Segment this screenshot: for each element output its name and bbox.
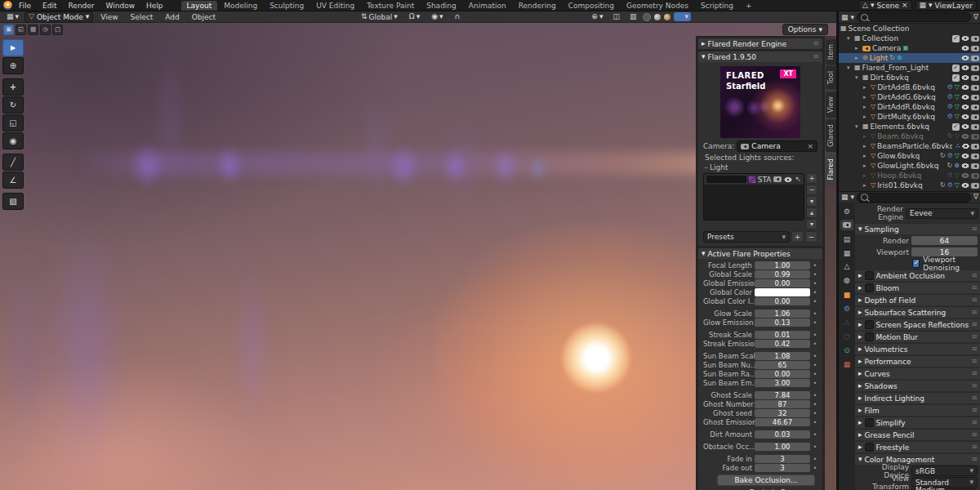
world-tab-icon[interactable] xyxy=(840,275,853,286)
disable-render-icon[interactable] xyxy=(971,183,979,189)
menu-edit[interactable]: Edit xyxy=(38,1,61,11)
move-down-button[interactable] xyxy=(806,219,817,229)
disable-render-icon[interactable] xyxy=(971,134,979,140)
select-flare-icon[interactable] xyxy=(795,176,801,183)
animate-dot[interactable]: • xyxy=(813,464,817,472)
collection-checkbox[interactable] xyxy=(952,65,960,72)
hide-eye-icon[interactable] xyxy=(784,176,792,183)
hide-eye-icon[interactable] xyxy=(961,123,969,130)
view-layer-tab-icon[interactable]: ▦ xyxy=(840,247,853,258)
menu-help[interactable]: Help xyxy=(141,1,168,11)
particles-tab-icon[interactable]: ∴ xyxy=(840,317,853,327)
animate-dot[interactable]: • xyxy=(813,288,817,296)
gizmo-dropdown[interactable]: ⊕ xyxy=(588,12,606,22)
viewport-mini-toggle[interactable]: ◱ xyxy=(16,24,26,35)
chevron-down-icon[interactable] xyxy=(851,194,855,201)
disable-render-icon[interactable] xyxy=(971,65,979,71)
select-box-tool[interactable] xyxy=(2,39,24,56)
disable-render-icon[interactable] xyxy=(971,46,979,51)
physics-tab-icon[interactable]: ◌ xyxy=(840,331,853,341)
disable-render-icon[interactable] xyxy=(971,95,979,100)
expand-arrow-icon[interactable] xyxy=(863,95,869,100)
render-tab-icon[interactable] xyxy=(840,220,853,230)
add-flare-button[interactable] xyxy=(806,173,817,184)
editor-type-button[interactable] xyxy=(3,12,22,22)
animate-dot[interactable]: • xyxy=(813,297,817,305)
collection-checkbox[interactable] xyxy=(952,74,960,82)
tab-texture-paint[interactable]: Texture Paint xyxy=(361,1,420,11)
panel-shadows[interactable]: Shadows xyxy=(855,380,980,391)
prop-slider[interactable]: 0.99 xyxy=(755,270,810,278)
color-swatch[interactable] xyxy=(755,288,810,296)
prop-slider[interactable]: 3 xyxy=(755,455,810,463)
panel-subsurface-scattering[interactable]: Subsurface Scattering xyxy=(855,306,980,318)
properties-search-input[interactable] xyxy=(857,193,971,203)
presets-dropdown[interactable]: Presets xyxy=(703,231,790,243)
animate-dot[interactable]: • xyxy=(813,379,817,387)
disable-render-icon[interactable] xyxy=(971,105,979,110)
prop-slider[interactable]: 0.00 xyxy=(755,370,810,378)
panel-depth-of-field[interactable]: Depth of Field xyxy=(855,294,980,305)
flare-list-entry[interactable]: STA xyxy=(704,174,804,185)
panel-screen-space-reflections[interactable]: Screen Space Reflections xyxy=(855,318,980,330)
prop-slider[interactable]: 3.00 xyxy=(755,379,810,387)
panel-grease-pencil[interactable]: Grease Pencil xyxy=(855,429,980,440)
tool-tab-icon[interactable]: ⚙ xyxy=(840,206,853,216)
expand-arrow-icon[interactable] xyxy=(847,36,853,42)
proportional-edit-dropdown[interactable]: ◉ xyxy=(428,12,446,22)
disable-render-icon[interactable] xyxy=(971,144,979,149)
prop-slider[interactable]: 87 xyxy=(755,400,810,408)
blender-logo-icon[interactable] xyxy=(3,1,12,10)
mode-dropdown[interactable]: Object Mode xyxy=(24,11,93,23)
panel-header[interactable]: Flared 1.9.50 xyxy=(698,51,822,62)
expand-arrow-icon[interactable] xyxy=(863,114,869,120)
disable-render-icon[interactable] xyxy=(971,124,979,130)
sidebar-tab-tool[interactable]: Tool xyxy=(826,66,836,90)
transform-tool[interactable] xyxy=(2,132,24,149)
collection-checkbox[interactable] xyxy=(952,35,960,42)
panel-sampling[interactable]: Sampling xyxy=(855,223,980,234)
orientation-dropdown[interactable]: ⇅Global xyxy=(358,12,401,22)
prop-slider[interactable]: 1.00 xyxy=(755,443,810,451)
chevron-down-icon[interactable] xyxy=(851,14,855,21)
move-tool[interactable] xyxy=(2,78,24,96)
prop-slider[interactable]: 1.08 xyxy=(755,352,810,360)
prop-slider[interactable]: 0.03 xyxy=(755,430,810,439)
hide-eye-icon[interactable] xyxy=(961,114,969,120)
animate-dot[interactable]: • xyxy=(813,370,817,378)
panel-header[interactable]: Flared Render Engine xyxy=(698,38,822,49)
cursor-tool[interactable] xyxy=(2,57,24,74)
expand-arrow-icon[interactable] xyxy=(855,124,861,130)
viewport-mini-toggle[interactable]: ▢ xyxy=(52,24,63,35)
sidebar-tab-view[interactable]: View xyxy=(826,91,836,118)
prop-slider[interactable]: 0.00 xyxy=(755,297,810,305)
expand-arrow-icon[interactable] xyxy=(863,163,869,169)
disable-render-icon[interactable] xyxy=(971,36,979,42)
disable-render-icon[interactable] xyxy=(971,56,979,61)
viewport-mini-toggle[interactable]: ◷ xyxy=(40,24,51,35)
expand-arrow-icon[interactable] xyxy=(863,105,869,110)
display-mode-icon[interactable] xyxy=(841,14,849,21)
outliner-row[interactable]: Hoop.6bvkq xyxy=(839,171,980,180)
add-preset-button[interactable] xyxy=(791,231,804,243)
prop-slider[interactable]: 32 xyxy=(755,409,810,417)
tab-uv-editing[interactable]: UV Editing xyxy=(310,1,360,11)
panel-film[interactable]: Film xyxy=(855,404,980,416)
animate-dot[interactable]: • xyxy=(813,340,817,348)
prop-slider[interactable]: 3 xyxy=(755,464,810,472)
flare-list[interactable]: STA xyxy=(703,173,804,220)
object-data-tab-icon[interactable]: ⊙ xyxy=(840,345,853,355)
outliner-row[interactable]: Camera xyxy=(839,43,980,53)
flare-name-field[interactable] xyxy=(706,176,746,183)
outliner-row[interactable]: Iris01.6bvkq xyxy=(839,180,980,190)
measure-tool[interactable] xyxy=(2,172,24,189)
menu-file[interactable]: File xyxy=(14,1,36,11)
tab-scripting[interactable]: Scripting xyxy=(695,1,739,11)
outliner-row[interactable]: Glow.6bvkq xyxy=(839,151,980,161)
animate-dot[interactable]: • xyxy=(813,391,817,399)
expand-arrow-icon[interactable] xyxy=(855,75,861,81)
panel-checkbox[interactable] xyxy=(865,418,874,427)
sidebar-tab-flared[interactable]: Flared xyxy=(826,154,836,185)
disable-render-icon[interactable] xyxy=(971,154,979,159)
animate-dot[interactable]: • xyxy=(813,361,817,369)
